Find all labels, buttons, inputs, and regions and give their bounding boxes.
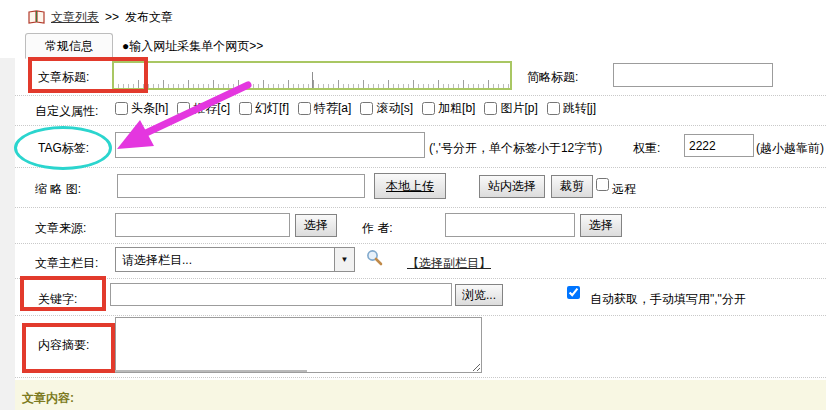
attr-checkbox-headline[interactable] — [115, 102, 128, 115]
content-section-header: 文章内容: — [15, 380, 826, 410]
remote-checkbox[interactable] — [596, 178, 609, 191]
row-separator — [15, 95, 826, 96]
category-label: 文章主栏目: — [35, 255, 98, 272]
keywords-label: 关键字: — [38, 291, 77, 308]
author-input[interactable] — [445, 213, 575, 237]
row-separator — [15, 167, 826, 168]
weight-input[interactable] — [684, 134, 754, 157]
collect-url-tab[interactable]: ●输入网址采集单个网页>> — [122, 38, 263, 55]
tab-general-info[interactable]: 常规信息 — [25, 33, 113, 59]
attributes-checkbox-group: 头条[h] 推荐[c] 幻灯[f] 特荐[a] 滚动[s] 加粗[b] 图片[p… — [115, 100, 596, 117]
row-separator — [15, 315, 826, 316]
remote-label: 远程 — [612, 181, 636, 198]
attr-label: 头条[h] — [131, 100, 168, 117]
attr-checkbox-recommend[interactable] — [177, 102, 190, 115]
breadcrumb-separator: >> — [105, 10, 119, 24]
row-separator — [15, 377, 826, 378]
short-title-input[interactable] — [613, 63, 773, 87]
attributes-label: 自定义属性: — [35, 103, 98, 120]
weight-hint: (越小越靠前) — [756, 140, 824, 157]
sub-category-link[interactable]: 【选择副栏目】 — [407, 255, 491, 272]
weight-label: 权重: — [633, 140, 660, 157]
book-icon — [28, 10, 45, 24]
thumbnail-input[interactable] — [117, 174, 365, 198]
tag-input[interactable] — [115, 132, 425, 158]
title-input[interactable] — [112, 61, 512, 90]
site-select-button[interactable]: 站内选择 — [479, 175, 545, 198]
attr-checkbox-slide[interactable] — [239, 102, 252, 115]
tag-hint: (','号分开，单个标签小于12字节) — [429, 140, 602, 157]
auto-fetch-label: 自动获取，手动填写用","分开 — [590, 291, 746, 308]
tag-label: TAG标签: — [38, 140, 89, 157]
attr-label: 推荐[c] — [193, 100, 230, 117]
breadcrumb-link-article-list[interactable]: 文章列表 — [51, 9, 99, 26]
attr-label: 跳转[j] — [563, 100, 596, 117]
breadcrumb-current: 发布文章 — [125, 9, 173, 26]
source-select-button[interactable]: 选择 — [295, 214, 337, 237]
short-title-label: 简略标题: — [527, 69, 578, 86]
article-publish-page: 文章列表 >> 发布文章 常规信息 ●输入网址采集单个网页>> 文章标题: 简略… — [0, 0, 826, 410]
category-selected-value: 请选择栏目... — [122, 252, 192, 269]
chevron-down-icon: ▼ — [334, 248, 354, 271]
author-label: 作 者: — [362, 220, 393, 237]
attr-label: 加粗[b] — [438, 100, 475, 117]
auto-fetch-checkbox[interactable] — [567, 286, 580, 299]
row-separator — [15, 207, 826, 208]
attr-label: 图片[p] — [500, 100, 537, 117]
left-gutter — [0, 58, 15, 410]
content-label: 文章内容: — [22, 390, 74, 407]
source-input[interactable] — [115, 213, 290, 237]
thumbnail-label: 缩 略 图: — [35, 181, 81, 198]
summary-textarea[interactable] — [115, 317, 482, 373]
category-select[interactable]: 请选择栏目... ▼ — [115, 247, 355, 272]
row-separator — [15, 278, 826, 279]
title-label: 文章标题: — [38, 69, 89, 86]
row-separator — [15, 243, 826, 244]
attr-checkbox-jump[interactable] — [547, 102, 560, 115]
divider-segment — [75, 370, 307, 372]
local-upload-button[interactable]: 本地上传 — [374, 173, 446, 199]
row-separator — [15, 125, 826, 126]
attr-label: 滚动[s] — [376, 100, 413, 117]
keywords-input[interactable] — [110, 283, 452, 306]
browse-button[interactable]: 浏览... — [455, 284, 503, 306]
attr-label: 特荐[a] — [314, 100, 351, 117]
author-select-button[interactable]: 选择 — [580, 214, 622, 237]
attr-checkbox-bold[interactable] — [422, 102, 435, 115]
attr-checkbox-scroll[interactable] — [360, 102, 373, 115]
breadcrumb: 文章列表 >> 发布文章 — [28, 8, 173, 26]
attr-checkbox-picture[interactable] — [484, 102, 497, 115]
crop-button[interactable]: 裁剪 — [551, 175, 593, 198]
attr-checkbox-special[interactable] — [298, 102, 311, 115]
source-label: 文章来源: — [35, 220, 86, 237]
summary-label: 内容摘要: — [38, 337, 89, 354]
magnifier-icon[interactable] — [366, 249, 383, 266]
attr-label: 幻灯[f] — [255, 100, 289, 117]
